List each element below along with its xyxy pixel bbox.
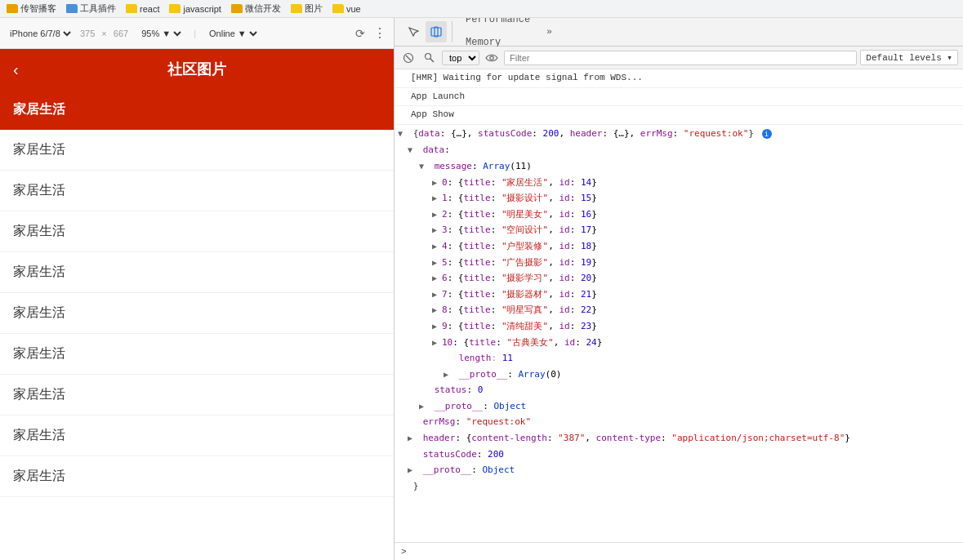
object-root-line[interactable]: {data: {…}, statusCode: 200, header: {…}…	[395, 125, 963, 143]
item-toggle-0[interactable]	[432, 176, 442, 189]
item-toggle-8[interactable]	[432, 304, 442, 317]
x-icon: ×	[101, 29, 106, 38]
list-item-1[interactable]: 家居生活	[0, 171, 394, 211]
array-item-5[interactable]: 5: {title: "广告摄影", id: 19}	[395, 255, 963, 271]
list-item-4[interactable]: 家居生活	[0, 293, 394, 334]
app-header: ‹ 社区图片	[0, 49, 394, 90]
bookmark-label: 微信开发	[245, 2, 281, 15]
array-item-6[interactable]: 6: {title: "摄影学习", id: 20}	[395, 270, 963, 287]
devtools-tabs: ConsoleElementsSourcesNetworkPerformance…	[395, 18, 963, 47]
bookmark-label: 图片	[305, 2, 323, 15]
list-item-2[interactable]: 家居生活	[0, 211, 394, 252]
proto-array-line[interactable]: __proto__: Array(0)	[395, 367, 963, 383]
context-select[interactable]: top	[442, 51, 479, 65]
item-toggle-5[interactable]	[432, 256, 442, 269]
more-icon[interactable]: ⋮	[372, 26, 387, 41]
bookmark-label: 工具插件	[80, 2, 116, 15]
bookmark-工具插件[interactable]: 工具插件	[66, 2, 116, 15]
separator: 375	[80, 29, 95, 38]
active-category[interactable]: 家居生活	[0, 90, 394, 130]
item-toggle-2[interactable]	[432, 208, 442, 221]
bookmark-javascript[interactable]: javascript	[169, 4, 221, 14]
folder-icon	[7, 4, 18, 13]
rotate-icon[interactable]: ⟳	[353, 26, 368, 41]
message-toggle[interactable]	[419, 160, 429, 173]
svg-point-6	[490, 56, 493, 59]
back-button[interactable]: ‹	[13, 60, 19, 79]
bookmark-bar: 传智播客 工具插件 react javascript 微信开发 图片 vue	[0, 0, 963, 18]
list-item-5[interactable]: 家居生活	[0, 334, 394, 375]
array-item-10[interactable]: 10: {title: "古典美女", id: 24}	[395, 335, 963, 351]
header-toggle[interactable]	[408, 432, 417, 445]
device-toggle-icon[interactable]	[426, 21, 447, 42]
zoom-select[interactable]: 95% ▼	[138, 28, 184, 39]
proto-array-toggle[interactable]	[444, 368, 453, 381]
console-line-show: App Show	[395, 106, 963, 125]
item-toggle-10[interactable]	[432, 336, 442, 349]
proto-data-line[interactable]: __proto__: Object	[395, 398, 963, 415]
bookmark-label: vue	[346, 4, 361, 14]
list-item-7[interactable]: 家居生活	[0, 416, 394, 456]
list-container: 家居生活家居生活家居生活家居生活家居生活家居生活家居生活家居生活家居生活	[0, 130, 394, 497]
network-select[interactable]: Online ▼	[206, 28, 260, 39]
item-toggle-6[interactable]	[432, 272, 442, 285]
header-line[interactable]: header: {content-length: "387", content-…	[395, 430, 963, 447]
array-item-4[interactable]: 4: {title: "户型装修", id: 18}	[395, 238, 963, 255]
device-select[interactable]: iPhone 6/7/8	[7, 28, 74, 39]
array-item-0[interactable]: 0: {title: "家居生活", id: 14}	[395, 175, 963, 191]
data-key-line[interactable]: data:	[395, 142, 963, 158]
length-line: length: 11	[395, 350, 963, 367]
item-toggle-1[interactable]	[432, 192, 442, 205]
devtools-panel: ConsoleElementsSourcesNetworkPerformance…	[395, 18, 963, 560]
array-item-1[interactable]: 1: {title: "摄影设计", id: 15}	[395, 190, 963, 207]
bookmark-图片[interactable]: 图片	[291, 2, 323, 15]
eye-icon[interactable]	[483, 49, 501, 67]
item-toggle-3[interactable]	[432, 224, 442, 237]
levels-dropdown[interactable]: Default levels ▾	[860, 50, 958, 65]
bookmark-vue[interactable]: vue	[332, 4, 361, 14]
message-line[interactable]: message: Array(11)	[395, 158, 963, 175]
list-item-8[interactable]: 家居生活	[0, 456, 394, 497]
proto-data-toggle[interactable]	[419, 400, 429, 413]
root-toggle[interactable]	[398, 127, 408, 140]
inspect-icon[interactable]	[403, 21, 424, 42]
clear-console-icon[interactable]	[399, 49, 417, 67]
item-toggle-9[interactable]	[432, 320, 442, 333]
folder-icon	[169, 4, 181, 13]
info-icon[interactable]: i	[762, 129, 772, 139]
array-item-8[interactable]: 8: {title: "明星写真", id: 22}	[395, 302, 963, 318]
array-item-2[interactable]: 2: {title: "明星美女", id: 16}	[395, 207, 963, 223]
devtools-icon-group	[398, 21, 453, 42]
bookmark-react[interactable]: react	[126, 4, 159, 14]
item-toggle-7[interactable]	[432, 288, 442, 301]
phone-simulator: iPhone 6/7/8 375 × 667 95% ▼ | Online ▼ …	[0, 18, 395, 560]
status-line: status: 0	[395, 382, 963, 398]
console-prompt: >	[395, 542, 963, 560]
tab-performance[interactable]: Performance	[456, 18, 540, 32]
svg-line-3	[406, 56, 411, 60]
list-item-0[interactable]: 家居生活	[0, 130, 394, 171]
list-item-3[interactable]: 家居生活	[0, 252, 394, 293]
main-area: iPhone 6/7/8 375 × 667 95% ▼ | Online ▼ …	[0, 18, 963, 560]
filter-input[interactable]	[504, 51, 857, 65]
array-item-3[interactable]: 3: {title: "空间设计", id: 17}	[395, 222, 963, 238]
filter-icon[interactable]	[421, 49, 439, 67]
console-input[interactable]	[412, 546, 956, 557]
bookmark-传智播客[interactable]: 传智播客	[7, 2, 56, 15]
data-toggle[interactable]	[408, 144, 417, 157]
array-item-7[interactable]: 7: {title: "摄影器材", id: 21}	[395, 287, 963, 303]
proto-root-toggle[interactable]	[408, 464, 417, 477]
folder-icon	[231, 4, 243, 13]
item-toggle-4[interactable]	[432, 240, 442, 253]
more-tabs-icon[interactable]: »	[540, 22, 559, 42]
svg-rect-0	[431, 28, 441, 36]
bookmark-微信开发[interactable]: 微信开发	[231, 2, 281, 15]
errmsg-line: errMsg: "request:ok"	[395, 414, 963, 430]
svg-rect-1	[435, 27, 438, 37]
array-item-9[interactable]: 9: {title: "清纯甜美", id: 23}	[395, 318, 963, 335]
list-item-6[interactable]: 家居生活	[0, 375, 394, 416]
proto-root-line[interactable]: __proto__: Object	[395, 462, 963, 478]
separator2: |	[194, 29, 196, 38]
folder-icon	[332, 4, 344, 13]
folder-icon	[66, 4, 78, 13]
